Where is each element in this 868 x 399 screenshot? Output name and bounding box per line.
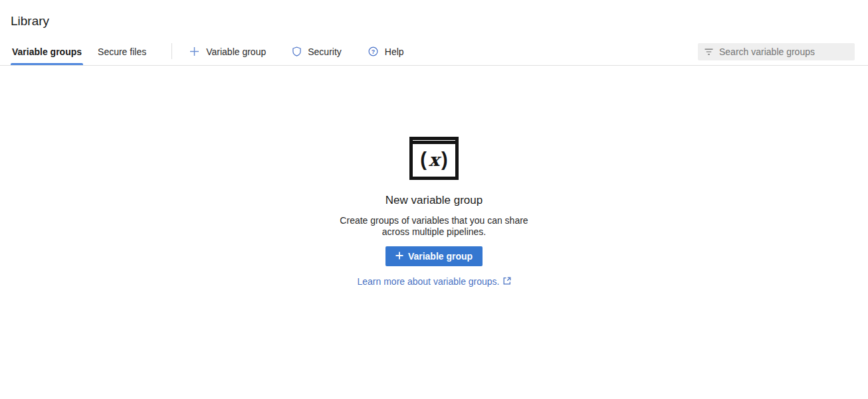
tab-bar: Variable groups Secure files Variable gr…: [0, 38, 868, 66]
help-icon: ?: [368, 46, 378, 56]
search-box[interactable]: [698, 43, 855, 60]
help-label: Help: [385, 46, 404, 57]
icon-x-glyph: x: [429, 151, 439, 169]
svg-text:?: ?: [372, 48, 375, 55]
empty-state: ( x ) New variable group Create groups o…: [0, 137, 868, 287]
tab-secure-files[interactable]: Secure files: [96, 38, 148, 65]
empty-state-description: Create groups of variables that you can …: [333, 215, 536, 238]
help-button[interactable]: ? Help: [363, 38, 409, 65]
page-header: Library: [0, 0, 868, 38]
plus-icon: [189, 46, 199, 56]
empty-state-title: New variable group: [385, 194, 483, 207]
shield-icon: [292, 46, 301, 56]
variable-group-icon-body: ( x ): [413, 144, 455, 177]
security-button[interactable]: Security: [287, 38, 347, 65]
icon-open-paren: (: [420, 150, 427, 169]
tab-variable-groups[interactable]: Variable groups: [11, 38, 83, 65]
page-title: Library: [11, 14, 857, 29]
variable-group-primary-button[interactable]: Variable group: [385, 246, 483, 266]
toolbar-divider: [171, 43, 172, 59]
learn-more-link-label: Learn more about variable groups.: [357, 276, 499, 287]
filter-icon: [705, 46, 713, 58]
external-link-icon: [503, 276, 511, 287]
plus-icon: [395, 251, 403, 262]
learn-more-link[interactable]: Learn more about variable groups.: [357, 276, 510, 287]
tabs: Variable groups Secure files: [11, 38, 161, 65]
variable-group-icon: ( x ): [409, 137, 459, 180]
toolbar: Variable group Security ? Help: [184, 38, 425, 65]
tabbar-spacer: [425, 38, 698, 65]
tab-variable-groups-label: Variable groups: [12, 46, 82, 57]
primary-button-label: Variable group: [408, 251, 473, 262]
security-label: Security: [308, 46, 342, 57]
tab-secure-files-label: Secure files: [98, 46, 146, 57]
add-variable-group-label: Variable group: [206, 46, 266, 57]
search-input[interactable]: [719, 46, 848, 57]
add-variable-group-button[interactable]: Variable group: [184, 38, 271, 65]
icon-close-paren: ): [441, 150, 448, 169]
